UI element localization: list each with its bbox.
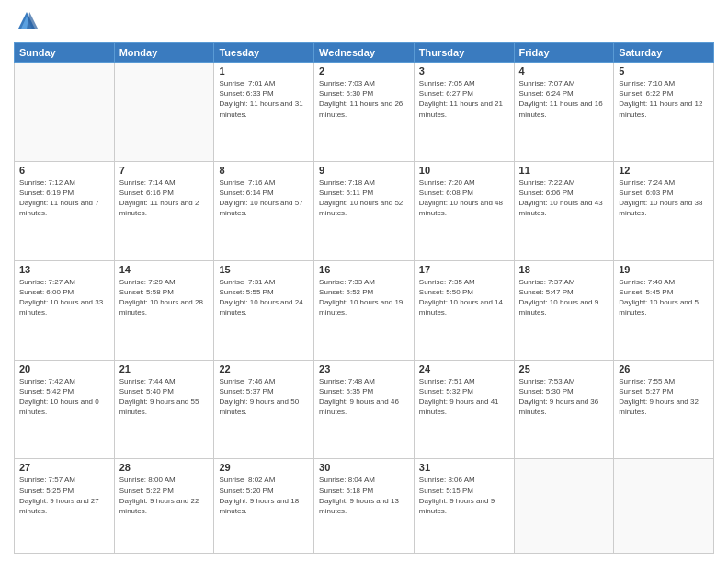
day-info: Sunrise: 7:33 AMSunset: 5:52 PMDaylight:… [319,277,409,318]
calendar-cell: 3Sunrise: 7:05 AMSunset: 6:27 PMDaylight… [414,63,514,162]
day-info: Sunrise: 7:10 AMSunset: 6:22 PMDaylight:… [619,78,709,120]
day-info: Sunrise: 7:01 AMSunset: 6:33 PMDaylight:… [219,78,309,120]
calendar-cell: 23Sunrise: 7:48 AMSunset: 5:35 PMDayligh… [314,360,415,459]
day-info: Sunrise: 7:55 AMSunset: 5:27 PMDaylight:… [619,376,709,418]
svg-marker-2 [27,12,38,29]
day-number: 14 [119,264,210,275]
day-number: 25 [519,363,609,374]
day-info: Sunrise: 7:40 AMSunset: 5:45 PMDaylight:… [619,277,709,318]
day-number: 11 [519,165,609,176]
calendar-cell: 20Sunrise: 7:42 AMSunset: 5:42 PMDayligh… [15,360,115,459]
day-number: 12 [619,165,709,176]
day-info: Sunrise: 7:22 AMSunset: 6:06 PMDaylight:… [519,178,609,219]
day-info: Sunrise: 7:03 AMSunset: 6:30 PMDaylight:… [319,78,409,120]
day-number: 17 [419,264,509,275]
day-info: Sunrise: 7:24 AMSunset: 6:03 PMDaylight:… [619,178,709,219]
calendar-cell: 17Sunrise: 7:35 AMSunset: 5:50 PMDayligh… [414,260,514,360]
day-info: Sunrise: 8:02 AMSunset: 5:20 PMDaylight:… [219,475,309,516]
calendar-week-4: 27Sunrise: 7:57 AMSunset: 5:25 PMDayligh… [15,459,714,554]
day-number: 5 [619,65,709,76]
day-info: Sunrise: 7:27 AMSunset: 6:00 PMDaylight:… [19,277,109,318]
calendar-cell [15,63,115,162]
day-number: 20 [19,363,109,374]
calendar-cell: 28Sunrise: 8:00 AMSunset: 5:22 PMDayligh… [114,459,214,554]
calendar-cell: 9Sunrise: 7:18 AMSunset: 6:11 PMDaylight… [314,161,415,260]
calendar-cell: 16Sunrise: 7:33 AMSunset: 5:52 PMDayligh… [314,260,415,360]
day-info: Sunrise: 7:42 AMSunset: 5:42 PMDaylight:… [19,376,109,418]
calendar-table: SundayMondayTuesdayWednesdayThursdayFrid… [14,42,714,554]
day-number: 1 [219,65,309,76]
calendar-week-3: 20Sunrise: 7:42 AMSunset: 5:42 PMDayligh… [15,360,714,459]
day-info: Sunrise: 7:51 AMSunset: 5:32 PMDaylight:… [419,376,509,418]
day-info: Sunrise: 7:14 AMSunset: 6:16 PMDaylight:… [119,178,210,219]
calendar-cell: 29Sunrise: 8:02 AMSunset: 5:20 PMDayligh… [214,459,314,554]
day-header-sunday: Sunday [15,43,115,63]
day-number: 21 [119,363,210,374]
calendar-cell: 21Sunrise: 7:44 AMSunset: 5:40 PMDayligh… [114,360,214,459]
calendar-cell: 31Sunrise: 8:06 AMSunset: 5:15 PMDayligh… [414,459,514,554]
logo [14,9,43,35]
calendar-week-1: 6Sunrise: 7:12 AMSunset: 6:19 PMDaylight… [15,161,714,260]
day-header-monday: Monday [114,43,214,63]
day-number: 22 [219,363,309,374]
calendar-cell: 5Sunrise: 7:10 AMSunset: 6:22 PMDaylight… [614,63,714,162]
calendar-cell: 27Sunrise: 7:57 AMSunset: 5:25 PMDayligh… [15,459,115,554]
day-number: 18 [519,264,609,275]
calendar-cell [514,459,614,554]
calendar-cell: 26Sunrise: 7:55 AMSunset: 5:27 PMDayligh… [614,360,714,459]
day-number: 9 [319,165,409,176]
day-info: Sunrise: 8:00 AMSunset: 5:22 PMDaylight:… [119,475,210,516]
day-info: Sunrise: 8:04 AMSunset: 5:18 PMDaylight:… [319,475,409,516]
day-info: Sunrise: 7:12 AMSunset: 6:19 PMDaylight:… [19,178,109,219]
day-header-thursday: Thursday [414,43,514,63]
day-number: 30 [319,462,409,473]
day-info: Sunrise: 7:53 AMSunset: 5:30 PMDaylight:… [519,376,609,418]
day-info: Sunrise: 7:29 AMSunset: 5:58 PMDaylight:… [119,277,210,318]
calendar-cell: 15Sunrise: 7:31 AMSunset: 5:55 PMDayligh… [214,260,314,360]
header [14,9,714,35]
calendar-cell: 30Sunrise: 8:04 AMSunset: 5:18 PMDayligh… [314,459,415,554]
calendar-cell: 22Sunrise: 7:46 AMSunset: 5:37 PMDayligh… [214,360,314,459]
day-header-friday: Friday [514,43,614,63]
calendar-cell: 4Sunrise: 7:07 AMSunset: 6:24 PMDaylight… [514,63,614,162]
day-info: Sunrise: 7:37 AMSunset: 5:47 PMDaylight:… [519,277,609,318]
calendar-week-0: 1Sunrise: 7:01 AMSunset: 6:33 PMDaylight… [15,63,714,162]
day-number: 7 [119,165,210,176]
day-info: Sunrise: 7:46 AMSunset: 5:37 PMDaylight:… [219,376,309,418]
day-number: 8 [219,165,309,176]
day-number: 26 [619,363,709,374]
day-number: 31 [419,462,509,473]
calendar-cell: 14Sunrise: 7:29 AMSunset: 5:58 PMDayligh… [114,260,214,360]
logo-icon [14,9,40,35]
day-header-tuesday: Tuesday [214,43,314,63]
day-number: 15 [219,264,309,275]
day-header-saturday: Saturday [614,43,714,63]
day-number: 24 [419,363,509,374]
day-number: 3 [419,65,509,76]
calendar-cell: 19Sunrise: 7:40 AMSunset: 5:45 PMDayligh… [614,260,714,360]
calendar-cell: 25Sunrise: 7:53 AMSunset: 5:30 PMDayligh… [514,360,614,459]
day-info: Sunrise: 7:57 AMSunset: 5:25 PMDaylight:… [19,475,109,516]
calendar-cell: 7Sunrise: 7:14 AMSunset: 6:16 PMDaylight… [114,161,214,260]
calendar-cell: 1Sunrise: 7:01 AMSunset: 6:33 PMDaylight… [214,63,314,162]
day-info: Sunrise: 8:06 AMSunset: 5:15 PMDaylight:… [419,475,509,516]
day-number: 29 [219,462,309,473]
day-number: 10 [419,165,509,176]
calendar-cell: 24Sunrise: 7:51 AMSunset: 5:32 PMDayligh… [414,360,514,459]
day-info: Sunrise: 7:20 AMSunset: 6:08 PMDaylight:… [419,178,509,219]
day-info: Sunrise: 7:48 AMSunset: 5:35 PMDaylight:… [319,376,409,418]
day-number: 2 [319,65,409,76]
day-info: Sunrise: 7:07 AMSunset: 6:24 PMDaylight:… [519,78,609,120]
day-info: Sunrise: 7:05 AMSunset: 6:27 PMDaylight:… [419,78,509,120]
day-number: 16 [319,264,409,275]
day-info: Sunrise: 7:44 AMSunset: 5:40 PMDaylight:… [119,376,210,418]
day-number: 19 [619,264,709,275]
day-header-wednesday: Wednesday [314,43,415,63]
calendar-cell: 13Sunrise: 7:27 AMSunset: 6:00 PMDayligh… [15,260,115,360]
day-number: 6 [19,165,109,176]
calendar-cell: 6Sunrise: 7:12 AMSunset: 6:19 PMDaylight… [15,161,115,260]
day-info: Sunrise: 7:35 AMSunset: 5:50 PMDaylight:… [419,277,509,318]
calendar-cell: 8Sunrise: 7:16 AMSunset: 6:14 PMDaylight… [214,161,314,260]
day-number: 4 [519,65,609,76]
day-number: 13 [19,264,109,275]
